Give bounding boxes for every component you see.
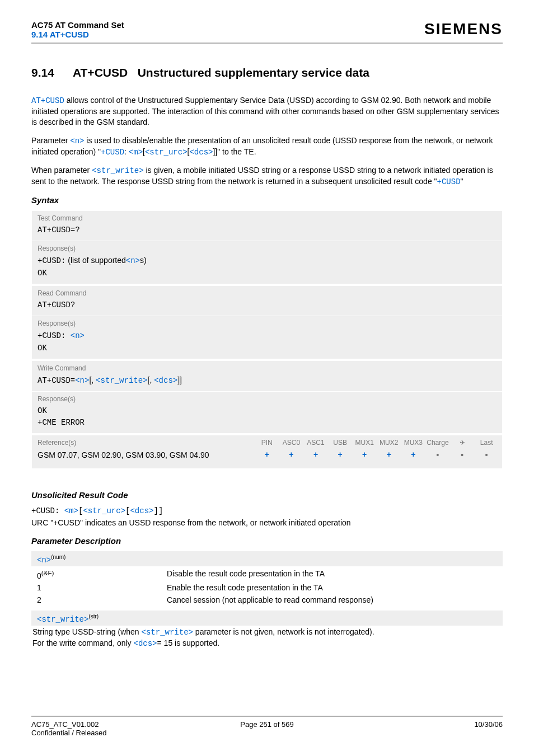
section-desc: Unstructured supplementary service data: [138, 66, 369, 79]
doc-subtitle: 9.14 AT+CUSD: [31, 30, 124, 39]
read-response-label: Response(s): [32, 316, 502, 330]
param-n-header: <n>(num): [31, 551, 503, 566]
read-command: AT+CUSD?: [32, 299, 502, 316]
airplane-icon: ✈: [450, 439, 475, 447]
read-command-box: Read Command AT+CUSD? Response(s) +CUSD:…: [31, 285, 503, 359]
syntax-heading: Syntax: [31, 195, 503, 205]
write-command: AT+CUSD=<n>[, <str_write>[, <dcs>]]: [32, 374, 502, 391]
reference-data: GSM 07.07, GSM 02.90, GSM 03.90, GSM 04.…: [32, 449, 502, 468]
reference-box: Reference(s) PIN ASC0 ASC1 USB MUX1 MUX2…: [31, 435, 503, 469]
urc-heading: Unsolicited Result Code: [31, 490, 503, 500]
brand-logo: SIEMENS: [424, 20, 503, 38]
footer-left: AC75_ATC_V01.002 Confidential / Released: [31, 720, 106, 737]
param-strwrite-header: <str_write>(str): [31, 611, 503, 626]
param-desc-heading: Parameter Description: [31, 536, 503, 546]
read-command-label: Read Command: [32, 286, 502, 299]
strwrite-link[interactable]: <str_write>: [92, 166, 143, 175]
write-response-label: Response(s): [32, 392, 502, 405]
read-response: +CUSD: <n> OK: [32, 330, 502, 359]
reference-values: + + + + + + + - - -: [255, 449, 502, 461]
test-response-label: Response(s): [32, 241, 502, 255]
strurc-link[interactable]: <str_urc>: [145, 148, 188, 157]
urc-desc: URC "+CUSD" indicates an USSD response f…: [31, 518, 503, 528]
intro-p3: When parameter <str_write> is given, a m…: [31, 165, 503, 187]
urc-code: +CUSD: <m>[<str_urc>[<dcs>]]: [31, 505, 503, 516]
reference-label: Reference(s): [32, 435, 255, 449]
section-heading: 9.14 AT+CUSD Unstructured supplementary …: [31, 66, 503, 79]
header-left: AC75 AT Command Set 9.14 AT+CUSD: [31, 20, 124, 39]
n-param-link[interactable]: <n>: [70, 137, 84, 145]
test-response: +CUSD: (list of supported<n>s) OK: [32, 255, 502, 284]
intro-p1: AT+CUSD allows control of the Unstructur…: [31, 95, 503, 128]
test-command: AT+CUSD=?: [32, 224, 502, 241]
section-cmd: AT+CUSD: [73, 66, 128, 79]
write-response: OK +CME ERROR: [32, 405, 502, 433]
reference-text: GSM 07.07, GSM 02.90, GSM 03.90, GSM 04.…: [32, 449, 255, 461]
write-command-label: Write Command: [32, 361, 502, 374]
doc-title: AC75 AT Command Set: [31, 20, 124, 30]
strwrite-desc1: String type USSD-string (when <str_write…: [31, 627, 503, 638]
m-param-link[interactable]: <m>: [129, 148, 143, 157]
reference-header: Reference(s) PIN ASC0 ASC1 USB MUX1 MUX2…: [32, 435, 502, 449]
write-command-box: Write Command AT+CUSD=<n>[, <str_write>[…: [31, 360, 503, 434]
test-command-box: Test Command AT+CUSD=? Response(s) +CUSD…: [31, 210, 503, 284]
page-header: AC75 AT Command Set 9.14 AT+CUSD SIEMENS: [31, 20, 503, 44]
dcs-link[interactable]: <dcs>: [189, 148, 213, 157]
table-row: 1 Enable the result code presentation in…: [31, 581, 503, 594]
table-row: 0(&F) Disable the result code presentati…: [31, 567, 503, 582]
reference-cols: PIN ASC0 ASC1 USB MUX1 MUX2 MUX3 Charge …: [255, 435, 502, 449]
strwrite-desc2: For the write command, only <dcs>= 15 is…: [31, 638, 503, 649]
atcusd-link[interactable]: AT+CUSD: [31, 96, 64, 105]
table-row: 2 Cancel session (not applicable to read…: [31, 594, 503, 606]
intro-p2: Parameter <n> is used to disable/enable …: [31, 135, 503, 158]
page-footer: AC75_ATC_V01.002 Confidential / Released…: [31, 716, 503, 737]
section-number: 9.14: [31, 66, 54, 79]
test-command-label: Test Command: [32, 211, 502, 224]
footer-right: 10/30/06: [474, 720, 503, 737]
